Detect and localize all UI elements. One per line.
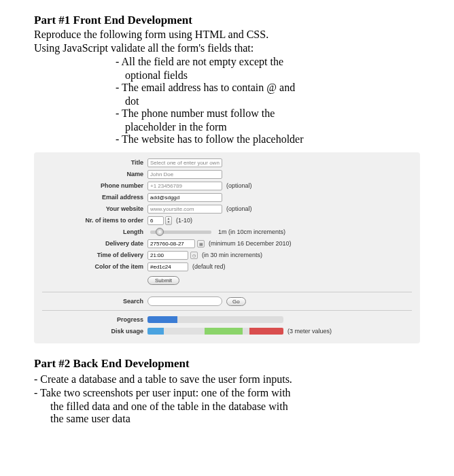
label-progress: Progress <box>42 316 147 323</box>
label-website: Your website <box>42 205 147 212</box>
label-email: Email address <box>42 194 147 201</box>
delivery-date-input[interactable]: 275760-08-27 <box>147 239 195 248</box>
part2-item-2-cont2: the same user data <box>50 413 420 425</box>
slider-knob[interactable] <box>156 228 164 236</box>
disk-seg-2 <box>164 328 205 335</box>
label-title: Title <box>42 159 147 166</box>
hint-disk: (3 meter values) <box>287 328 332 335</box>
part1-heading: Part #1 Front End Development <box>34 14 420 27</box>
label-delivery-date: Delivery date <box>42 240 147 247</box>
bullet-1-cont: optional fields <box>125 69 420 82</box>
go-button[interactable]: Go <box>226 297 246 306</box>
part2-list: - Create a database and a table to save … <box>34 373 420 425</box>
items-input[interactable]: 6 <box>147 216 164 225</box>
label-items: Nr. of items to order <box>42 217 147 224</box>
disk-seg-3 <box>205 328 243 335</box>
part1-bullets: - All the field are not empty except the… <box>116 56 420 146</box>
bullet-1: - All the field are not empty except the <box>116 56 420 68</box>
hint-length: 1m (in 10cm increments) <box>218 228 285 235</box>
part1-instr1: Reproduce the following form using HTML … <box>34 29 420 41</box>
form-panel: Title Select one of enter your own Name … <box>34 152 420 343</box>
part2-item-2-cont1: the filled data and one of the table in … <box>50 401 420 413</box>
bullet-3: - The phone number must follow the <box>116 107 420 120</box>
part2-item-1: - Create a database and a table to save … <box>34 373 420 386</box>
disk-seg-5 <box>249 328 283 335</box>
disk-seg-4 <box>243 328 249 335</box>
separator-1 <box>42 292 412 292</box>
calendar-icon[interactable]: ▦ <box>197 240 205 248</box>
color-input[interactable]: #ed1c24 <box>147 262 188 271</box>
bullet-2: - The email address has to contain @ and <box>116 82 420 94</box>
hint-delivery-date: (minimum 16 December 2010) <box>209 240 292 247</box>
title-input[interactable]: Select one of enter your own <box>147 158 222 167</box>
hint-delivery-time: (in 30 min increments) <box>202 252 262 258</box>
bullet-3-cont: placeholder in the form <box>125 121 420 133</box>
name-input[interactable]: John Doe <box>147 170 222 179</box>
part2-heading: Part #2 Back End Development <box>34 357 420 371</box>
hint-phone: (optional) <box>226 182 252 189</box>
separator-2 <box>42 310 412 311</box>
label-length: Length <box>42 228 147 235</box>
email-input[interactable]: add@sdggd <box>147 193 222 202</box>
label-name: Name <box>42 171 147 177</box>
label-disk: Disk usage <box>42 328 147 335</box>
search-input[interactable] <box>147 296 222 306</box>
submit-button[interactable]: Submit <box>147 276 179 285</box>
hint-website: (optional) <box>226 205 252 212</box>
website-input[interactable]: www.yoursite.com <box>147 205 222 214</box>
length-slider[interactable] <box>150 231 211 234</box>
hint-items: (1-10) <box>176 217 192 224</box>
phone-input[interactable]: +1 23456789 <box>147 182 222 190</box>
progress-fill <box>147 316 177 323</box>
label-delivery-time: Time of delivery <box>42 252 147 258</box>
label-search: Search <box>42 298 147 305</box>
disk-seg-1 <box>147 328 164 335</box>
bullet-4: - The website has to follow the placehol… <box>116 133 420 146</box>
items-stepper[interactable]: ▲▼ <box>165 216 172 225</box>
delivery-time-input[interactable]: 21:00 <box>147 251 188 260</box>
clock-icon[interactable]: ◷ <box>190 252 198 259</box>
hint-color: (default red) <box>192 263 226 270</box>
label-phone: Phone number <box>42 182 147 189</box>
bullet-2-cont: dot <box>125 95 420 107</box>
part2-item-2: - Take two screenshots per user input: o… <box>34 387 420 399</box>
part1-instr2: Using JavaScript validate all the form's… <box>34 42 420 54</box>
progress-bar <box>147 316 283 323</box>
label-color: Color of the item <box>42 263 147 270</box>
disk-meter <box>147 328 283 335</box>
